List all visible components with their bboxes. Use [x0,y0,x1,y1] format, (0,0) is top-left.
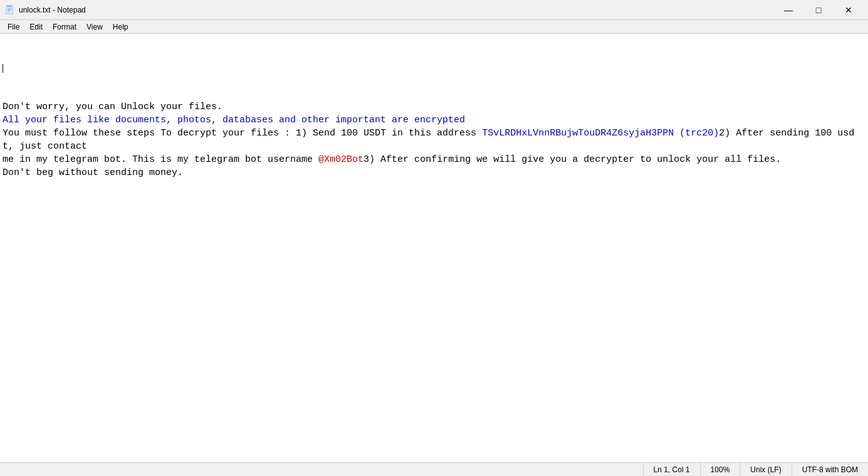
status-position: Ln 1, Col 1 [643,463,700,476]
title-bar-controls: — □ ✕ [774,0,863,20]
menu-view[interactable]: View [81,21,108,33]
menu-edit[interactable]: Edit [24,21,48,33]
status-zoom: 100% [700,463,740,476]
menu-bar: File Edit Format View Help [0,20,868,34]
title-bar: unlock.txt - Notepad — □ ✕ [0,0,868,20]
editor-container: Don't worry, you can Unlock your files. … [0,34,868,462]
maximize-button[interactable]: □ [804,0,833,20]
cursor-line [3,63,865,74]
editor[interactable]: Don't worry, you can Unlock your files. … [0,34,868,462]
menu-format[interactable]: Format [48,21,81,33]
zoom-text: 100% [711,465,730,474]
notepad-icon [5,5,15,15]
title-bar-left: unlock.txt - Notepad [5,5,86,15]
text-line5-part1: me in my telegram bot. This is my telegr… [3,154,318,165]
text-line5-part2: 3) After confirming we will give you a d… [363,154,781,165]
minimize-button[interactable]: — [774,0,803,20]
text-line6: Don't beg without sending money. [3,167,183,178]
text-cursor [3,64,3,73]
window-title: unlock.txt - Notepad [19,6,86,14]
status-line-ending: Unix (LF) [740,463,791,476]
svg-rect-1 [8,5,11,7]
text-line3: All your files like documents, photos, d… [3,115,465,125]
close-button[interactable]: ✕ [834,0,863,20]
text-line4-part1: You must follow these steps To decrypt y… [3,128,482,139]
editor-content: Don't worry, you can Unlock your files. … [3,100,865,179]
status-encoding: UTF-8 with BOM [792,463,868,476]
menu-file[interactable]: File [3,21,24,33]
text-line4-blue: TSvLRDHxLVnnRBujwTouDR4Z6syjaH3PPN (trc2… [482,128,719,139]
status-bar: Ln 1, Col 1 100% Unix (LF) UTF-8 with BO… [0,462,868,476]
encoding-text: UTF-8 with BOM [802,465,858,474]
position-text: Ln 1, Col 1 [654,465,690,474]
menu-help[interactable]: Help [108,21,133,33]
line-ending-text: Unix (LF) [750,465,781,474]
text-line2: Don't worry, you can Unlock your files. [3,102,222,112]
text-line5-red: @Xm02Bot [318,154,363,165]
